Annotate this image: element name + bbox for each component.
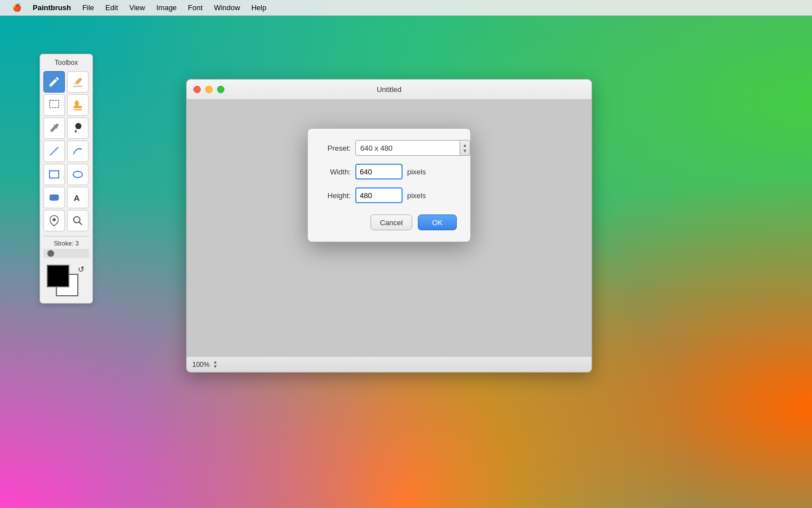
menubar-edit[interactable]: Edit [100, 2, 123, 13]
window-statusbar: 100% ▲ ▼ [187, 356, 592, 372]
foreground-color-swatch[interactable] [47, 265, 69, 287]
svg-line-3 [50, 147, 59, 156]
preset-container: ▲ ▼ [355, 140, 470, 156]
color-picker-tool[interactable] [43, 210, 65, 231]
toolbox-title: Toolbox [43, 59, 89, 67]
zoom-down-icon: ▼ [213, 365, 224, 369]
window-title: Untitled [377, 85, 401, 94]
canvas-window: Untitled Preset: ▲ ▼ [186, 79, 592, 373]
menubar-file[interactable]: File [77, 2, 100, 13]
menubar-font[interactable]: Font [182, 2, 208, 13]
svg-rect-1 [50, 100, 59, 108]
zoom-level: 100% [192, 361, 210, 369]
svg-rect-4 [50, 171, 59, 178]
preset-row: Preset: ▲ ▼ [321, 140, 457, 156]
height-label: Height: [321, 191, 351, 200]
stroke-label: Stroke: 3 [43, 240, 89, 247]
minimize-button[interactable] [205, 86, 213, 93]
toolbox-panel: Toolbox [39, 54, 93, 304]
svg-point-5 [73, 172, 83, 178]
fill-tool[interactable] [67, 117, 89, 139]
height-unit: pixels [407, 191, 426, 200]
stepper-down-icon: ▼ [463, 148, 467, 154]
rounded-rect-tool[interactable] [43, 187, 65, 208]
stroke-section: Stroke: 3 [43, 236, 89, 260]
svg-point-9 [74, 217, 80, 223]
stroke-slider[interactable] [43, 249, 89, 258]
menubar-image[interactable]: Image [151, 2, 182, 13]
menubar-help[interactable]: Help [246, 2, 272, 13]
preset-label: Preset: [321, 144, 351, 152]
preset-stepper[interactable]: ▲ ▼ [460, 140, 470, 156]
width-label: Width: [321, 168, 351, 176]
rectangle-tool[interactable] [43, 164, 65, 185]
dialog-buttons: Cancel OK [321, 214, 457, 230]
menubar-app-name[interactable]: Paintbrush [27, 2, 77, 13]
close-button[interactable] [193, 86, 201, 93]
eraser-tool[interactable] [67, 71, 89, 93]
window-controls [193, 86, 224, 93]
zoom-stepper[interactable]: ▲ ▼ [213, 360, 224, 369]
stepper-up-icon: ▲ [463, 143, 467, 148]
menubar-view[interactable]: View [123, 2, 151, 13]
menubar-window[interactable]: Window [208, 2, 245, 13]
selection-tool[interactable] [43, 94, 65, 116]
curve-tool[interactable] [67, 141, 89, 162]
svg-line-10 [79, 222, 82, 225]
height-input[interactable] [355, 187, 403, 203]
width-input[interactable] [355, 164, 403, 179]
svg-point-8 [52, 218, 56, 221]
svg-rect-0 [73, 86, 83, 86]
svg-point-2 [75, 123, 81, 129]
height-row: Height: pixels [321, 187, 457, 203]
svg-rect-6 [50, 195, 59, 201]
line-tool[interactable] [43, 141, 65, 162]
swap-colors-button[interactable]: ↺ [78, 265, 85, 274]
canvas-content[interactable]: Preset: ▲ ▼ Width: pixels [187, 100, 592, 372]
ellipse-tool[interactable] [67, 164, 89, 185]
width-row: Width: pixels [321, 164, 457, 179]
eyedropper-tool[interactable] [43, 117, 65, 139]
ok-button[interactable]: OK [418, 214, 457, 230]
maximize-button[interactable] [217, 86, 224, 93]
width-unit: pixels [407, 168, 426, 176]
stamp-tool[interactable] [67, 94, 89, 116]
cancel-button[interactable]: Cancel [370, 214, 412, 230]
preset-input[interactable] [355, 140, 460, 156]
color-section: ↺ [43, 265, 89, 299]
window-titlebar: Untitled [187, 80, 592, 100]
tools-grid: A [43, 71, 89, 231]
apple-menu[interactable]: 🍎 [7, 2, 27, 13]
text-tool[interactable]: A [67, 187, 89, 208]
pencil-tool[interactable] [43, 71, 65, 93]
svg-text:A: A [74, 194, 80, 203]
magnify-tool[interactable] [67, 210, 89, 231]
menubar: 🍎 Paintbrush File Edit View Image Font W… [0, 0, 812, 16]
new-canvas-dialog: Preset: ▲ ▼ Width: pixels [307, 128, 471, 242]
